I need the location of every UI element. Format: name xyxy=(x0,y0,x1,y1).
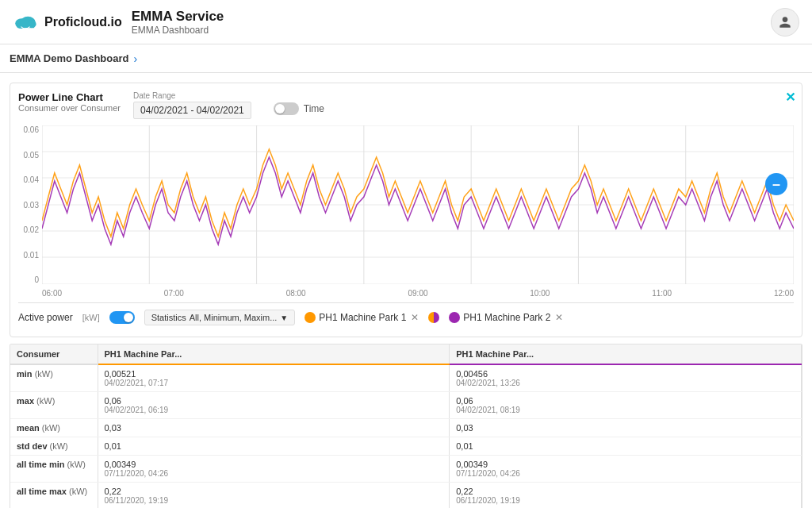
cell-value: 0,03 xyxy=(456,423,473,433)
row-unit: (kW) xyxy=(69,487,87,496)
table-row: min (kW)0,0052104/02/2021, 07:170,004560… xyxy=(10,364,802,392)
table-row: all time max (kW)0,2206/11/2020, 19:190,… xyxy=(10,483,802,509)
row-label: max xyxy=(17,396,34,406)
breadcrumb-arrow: › xyxy=(133,52,137,65)
chart-container: 0.06 0.05 0.04 0.03 0.02 0.01 0 xyxy=(42,125,794,284)
cell-date: 07/11/2020, 04:26 xyxy=(105,469,443,478)
table-row: all time min (kW)0,0034907/11/2020, 04:2… xyxy=(10,456,802,483)
table-cell-label-4: all time min (kW) xyxy=(10,456,98,483)
breadcrumb-label: EMMA Demo Dashboard xyxy=(10,52,128,64)
cell-date: 06/11/2020, 19:19 xyxy=(105,496,443,505)
table-cell-ph1-5: 0,2206/11/2020, 19:19 xyxy=(98,483,450,509)
table-cell-ph2-1: 0,0604/02/2021, 08:19 xyxy=(450,392,802,419)
person-icon xyxy=(777,14,793,30)
x-label-0800: 08:00 xyxy=(286,289,306,298)
row-unit: (kW) xyxy=(36,396,55,406)
table-cell-ph2-0: 0,0045604/02/2021, 13:26 xyxy=(450,364,802,392)
stats-dropdown[interactable]: Statistics All, Minimum, Maxim... ▼ xyxy=(144,310,296,325)
chart-title: Power Line Chart xyxy=(18,91,121,103)
chart-header: Power Line Chart Consumer over Consumer … xyxy=(18,91,794,119)
cell-value: 0,22 xyxy=(105,487,121,496)
y-label-001: 0.01 xyxy=(18,251,39,260)
cell-date: 04/02/2021, 13:26 xyxy=(456,379,795,387)
table-cell-ph2-5: 0,2206/11/2020, 19:19 xyxy=(450,483,802,509)
table-cell-ph1-1: 0,0604/02/2021, 06:19 xyxy=(98,392,450,419)
chevron-down-icon: ▼ xyxy=(280,314,288,322)
logo-area: Proficloud.io xyxy=(13,10,122,35)
table-cell-ph2-2: 0,03 xyxy=(450,419,802,437)
cell-date: 04/02/2021, 08:19 xyxy=(456,406,795,414)
date-range-group: Date Range 04/02/2021 - 04/02/2021 xyxy=(133,91,251,119)
table-header-consumer: Consumer xyxy=(10,344,98,364)
legend-1-close[interactable]: ✕ xyxy=(411,312,419,323)
legend-dot-mixed xyxy=(428,312,439,323)
service-title: EMMA Service xyxy=(132,9,224,25)
avatar-button[interactable] xyxy=(771,8,799,37)
row-label: all time min xyxy=(17,460,65,469)
table-cell-ph1-2: 0,03 xyxy=(98,419,450,437)
cell-value: 0,00349 xyxy=(456,460,488,469)
legend-2-close[interactable]: ✕ xyxy=(555,312,563,323)
cell-value: 0,22 xyxy=(456,487,473,496)
date-range-value[interactable]: 04/02/2021 - 04/02/2021 xyxy=(133,102,251,119)
stats-value: All, Minimum, Maxim... xyxy=(190,313,278,322)
y-axis: 0.06 0.05 0.04 0.03 0.02 0.01 0 xyxy=(18,125,42,284)
main-content: Power Line Chart Consumer over Consumer … xyxy=(0,73,812,508)
x-label-1100: 11:00 xyxy=(652,289,672,298)
time-toggle-track[interactable] xyxy=(274,102,299,115)
stats-toggle-track[interactable] xyxy=(109,311,135,324)
x-axis: 06:00 07:00 08:00 09:00 10:00 11:00 12:0… xyxy=(42,287,794,302)
x-label-1000: 10:00 xyxy=(530,289,550,298)
time-toggle-thumb xyxy=(275,104,285,114)
cell-value: 0,00456 xyxy=(456,369,488,379)
expand-button[interactable]: – xyxy=(765,173,787,195)
y-label-003: 0.03 xyxy=(18,201,39,210)
y-label-006: 0.06 xyxy=(18,125,39,134)
legend-dot-orange xyxy=(304,312,316,323)
table-cell-ph1-4: 0,0034907/11/2020, 04:26 xyxy=(98,456,450,483)
stats-toggle xyxy=(109,311,135,324)
table-row: max (kW)0,0604/02/2021, 06:190,0604/02/2… xyxy=(10,392,802,419)
x-label-0900: 09:00 xyxy=(408,289,427,298)
row-label: std dev xyxy=(17,441,48,451)
y-label-005: 0.05 xyxy=(18,151,39,160)
cell-value: 0,06 xyxy=(456,396,473,406)
cell-value: 0,03 xyxy=(105,423,121,433)
header-left: Proficloud.io EMMA Service EMMA Dashboar… xyxy=(13,9,224,36)
stats-label: Statistics xyxy=(151,313,186,322)
x-label-1200: 12:00 xyxy=(774,289,794,298)
table-cell-ph1-3: 0,01 xyxy=(98,437,450,456)
cell-date: 06/11/2020, 19:19 xyxy=(456,496,795,505)
table-cell-label-5: all time max (kW) xyxy=(10,483,98,509)
x-label-0700: 07:00 xyxy=(164,289,184,298)
cell-value: 0,06 xyxy=(105,396,121,406)
cell-value: 0,00521 xyxy=(105,369,136,379)
chart-svg xyxy=(42,125,794,284)
table-cell-ph1-0: 0,0052104/02/2021, 07:17 xyxy=(98,364,450,392)
y-label-002: 0.02 xyxy=(18,225,39,234)
time-toggle-label: Time xyxy=(304,103,324,114)
table-row: mean (kW)0,030,03 xyxy=(10,419,802,437)
active-power-label: Active power xyxy=(18,312,73,323)
date-range-label: Date Range xyxy=(133,91,251,100)
legend-separator-dot xyxy=(428,312,439,323)
cell-value: 0,01 xyxy=(456,441,473,451)
header-title: EMMA Service EMMA Dashboard xyxy=(132,9,224,36)
stats-table: Consumer PH1 Machine Par... PH1 Machine … xyxy=(10,344,802,508)
row-label: mean xyxy=(17,423,40,433)
row-unit: (kW) xyxy=(42,423,60,433)
table-cell-label-1: max (kW) xyxy=(10,392,98,419)
x-label-0600: 06:00 xyxy=(42,289,62,298)
cell-date: 07/11/2020, 04:26 xyxy=(456,469,795,478)
table-row: std dev (kW)0,010,01 xyxy=(10,437,802,456)
chart-title-area: Power Line Chart Consumer over Consumer xyxy=(18,91,121,113)
table-cell-label-2: mean (kW) xyxy=(10,419,98,437)
app-header: Proficloud.io EMMA Service EMMA Dashboar… xyxy=(0,0,812,44)
cell-date: 04/02/2021, 07:17 xyxy=(105,379,443,387)
row-label: all time max xyxy=(17,487,67,496)
legend-item-2: PH1 Machine Park 2 ✕ xyxy=(449,312,563,323)
cell-date: 04/02/2021, 06:19 xyxy=(105,406,443,414)
chart-controls: Active power [kW] Statistics All, Minimu… xyxy=(18,302,794,330)
chart-close-button[interactable]: ✕ xyxy=(785,90,795,105)
logo-icon xyxy=(13,10,38,35)
